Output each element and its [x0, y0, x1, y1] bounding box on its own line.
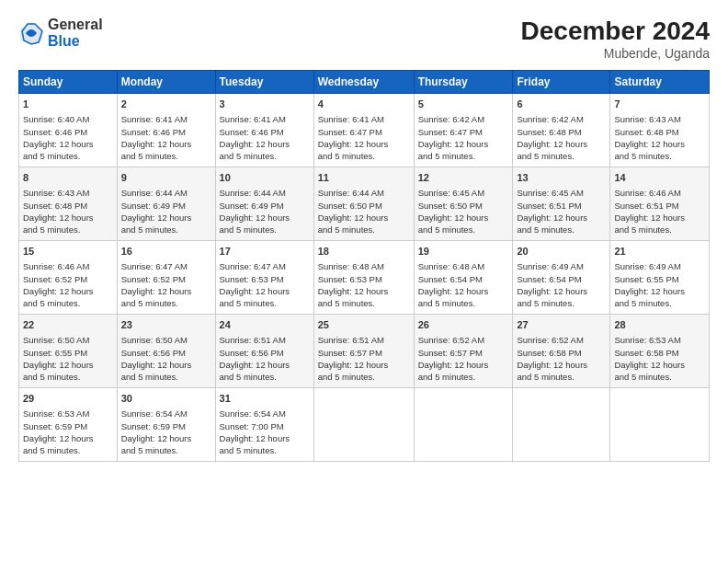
calendar-cell: 27Sunrise: 6:52 AMSunset: 6:58 PMDayligh…	[513, 315, 610, 388]
day-info-line: Daylight: 12 hours	[121, 138, 211, 150]
day-info-line: Sunrise: 6:54 AM	[121, 408, 211, 419]
calendar-cell: 9Sunrise: 6:44 AMSunset: 6:49 PMDaylight…	[117, 167, 215, 241]
calendar-cell: 31Sunrise: 6:54 AMSunset: 7:00 PMDayligh…	[215, 388, 313, 462]
subtitle: Mubende, Uganda	[521, 46, 710, 61]
day-info-line: Sunset: 6:59 PM	[121, 420, 211, 432]
day-info-line: Daylight: 12 hours	[121, 212, 211, 224]
day-info-line: Daylight: 12 hours	[220, 212, 310, 224]
day-info-line: and 5 minutes.	[418, 371, 509, 383]
calendar-cell: 10Sunrise: 6:44 AMSunset: 6:49 PMDayligh…	[215, 167, 313, 241]
day-number: 4	[318, 98, 410, 111]
week-row-4: 29Sunrise: 6:53 AMSunset: 6:59 PMDayligh…	[19, 388, 710, 462]
day-info-line: and 5 minutes.	[23, 444, 113, 456]
day-info-line: Sunset: 6:57 PM	[418, 347, 509, 359]
day-info-line: Daylight: 12 hours	[220, 285, 310, 297]
day-info-line: Sunrise: 6:46 AM	[23, 260, 113, 272]
day-info-line: and 5 minutes.	[23, 371, 113, 383]
day-info-line: and 5 minutes.	[318, 371, 410, 383]
day-info-line: Daylight: 12 hours	[220, 138, 310, 150]
day-info-line: Daylight: 12 hours	[517, 212, 606, 224]
day-info-line: Sunset: 6:53 PM	[318, 273, 410, 285]
calendar-cell: 3Sunrise: 6:41 AMSunset: 6:46 PMDaylight…	[215, 94, 313, 167]
day-info-line: Sunrise: 6:43 AM	[23, 187, 113, 199]
title-area: December 2024 Mubende, Uganda	[521, 17, 710, 61]
day-number: 28	[614, 318, 705, 332]
day-info-line: Sunset: 6:49 PM	[121, 200, 211, 212]
day-number: 22	[23, 318, 113, 332]
day-info-line: Sunrise: 6:45 AM	[418, 187, 509, 199]
week-row-3: 22Sunrise: 6:50 AMSunset: 6:55 PMDayligh…	[19, 315, 710, 388]
day-info-line: Sunrise: 6:44 AM	[121, 187, 211, 199]
logo-icon	[18, 20, 44, 46]
calendar-cell: 5Sunrise: 6:42 AMSunset: 6:47 PMDaylight…	[414, 94, 513, 167]
day-number: 19	[418, 245, 509, 259]
day-info-line: and 5 minutes.	[23, 224, 113, 236]
calendar-cell	[414, 388, 513, 462]
day-number: 3	[220, 98, 310, 111]
calendar-cell: 12Sunrise: 6:45 AMSunset: 6:50 PMDayligh…	[414, 167, 513, 241]
week-row-0: 1Sunrise: 6:40 AMSunset: 6:46 PMDaylight…	[19, 94, 710, 167]
day-info-line: and 5 minutes.	[220, 297, 310, 309]
header-saturday: Saturday	[610, 71, 710, 94]
day-info-line: Sunset: 6:46 PM	[220, 126, 310, 138]
calendar-cell: 25Sunrise: 6:51 AMSunset: 6:57 PMDayligh…	[313, 315, 414, 388]
day-info-line: and 5 minutes.	[418, 297, 509, 309]
calendar-cell: 29Sunrise: 6:53 AMSunset: 6:59 PMDayligh…	[19, 388, 118, 462]
day-info-line: Daylight: 12 hours	[121, 285, 211, 297]
day-info-line: Sunrise: 6:52 AM	[418, 334, 509, 346]
day-number: 18	[318, 245, 410, 259]
day-info-line: Sunset: 6:58 PM	[517, 347, 606, 359]
calendar-cell	[313, 388, 414, 462]
day-info-line: Daylight: 12 hours	[318, 285, 410, 297]
header-monday: Monday	[117, 71, 215, 94]
day-info-line: Sunset: 6:48 PM	[614, 126, 705, 138]
day-number: 9	[121, 171, 211, 185]
day-info-line: Sunset: 6:55 PM	[614, 273, 705, 285]
day-info-line: Daylight: 12 hours	[121, 432, 211, 444]
day-number: 5	[418, 98, 509, 111]
day-info-line: and 5 minutes.	[220, 444, 310, 456]
day-info-line: and 5 minutes.	[517, 150, 606, 162]
day-info-line: Sunrise: 6:49 AM	[517, 260, 606, 272]
day-number: 29	[23, 392, 113, 406]
calendar-cell: 8Sunrise: 6:43 AMSunset: 6:48 PMDaylight…	[19, 167, 118, 241]
day-info-line: Daylight: 12 hours	[418, 285, 509, 297]
day-info-line: Daylight: 12 hours	[23, 212, 113, 224]
day-info-line: Sunrise: 6:47 AM	[220, 260, 310, 272]
day-number: 11	[318, 171, 410, 185]
day-info-line: Sunset: 6:47 PM	[418, 126, 509, 138]
day-number: 31	[220, 392, 310, 406]
day-info-line: Sunrise: 6:44 AM	[220, 187, 310, 199]
day-number: 30	[121, 392, 211, 406]
day-info-line: Sunset: 6:50 PM	[418, 200, 509, 212]
day-info-line: and 5 minutes.	[318, 150, 410, 162]
calendar-cell: 7Sunrise: 6:43 AMSunset: 6:48 PMDaylight…	[610, 94, 710, 167]
calendar-cell: 26Sunrise: 6:52 AMSunset: 6:57 PMDayligh…	[414, 315, 513, 388]
day-info-line: Sunset: 6:46 PM	[23, 126, 113, 138]
day-number: 10	[220, 171, 310, 185]
day-info-line: and 5 minutes.	[614, 371, 705, 383]
day-info-line: Daylight: 12 hours	[23, 359, 113, 371]
calendar-cell: 6Sunrise: 6:42 AMSunset: 6:48 PMDaylight…	[513, 94, 610, 167]
day-info-line: Daylight: 12 hours	[23, 138, 113, 150]
day-info-line: Daylight: 12 hours	[614, 138, 705, 150]
calendar-page: General Blue December 2024 Mubende, Ugan…	[0, 0, 728, 563]
day-info-line: Sunset: 6:47 PM	[318, 126, 410, 138]
header-tuesday: Tuesday	[215, 71, 313, 94]
day-info-line: Sunrise: 6:54 AM	[220, 408, 310, 419]
calendar-cell: 15Sunrise: 6:46 AMSunset: 6:52 PMDayligh…	[19, 241, 118, 315]
day-info-line: Sunrise: 6:52 AM	[517, 334, 606, 346]
day-info-line: and 5 minutes.	[121, 150, 211, 162]
day-number: 14	[614, 171, 705, 185]
day-info-line: and 5 minutes.	[220, 371, 310, 383]
day-info-line: Daylight: 12 hours	[418, 138, 509, 150]
day-info-line: and 5 minutes.	[220, 150, 310, 162]
day-info-line: Daylight: 12 hours	[23, 285, 113, 297]
calendar-cell: 16Sunrise: 6:47 AMSunset: 6:52 PMDayligh…	[117, 241, 215, 315]
day-number: 8	[23, 171, 113, 185]
day-info-line: Sunrise: 6:48 AM	[318, 260, 410, 272]
day-info-line: Daylight: 12 hours	[614, 359, 705, 371]
calendar-cell: 2Sunrise: 6:41 AMSunset: 6:46 PMDaylight…	[117, 94, 215, 167]
calendar-cell: 28Sunrise: 6:53 AMSunset: 6:58 PMDayligh…	[610, 315, 710, 388]
day-info-line: Sunset: 6:46 PM	[121, 126, 211, 138]
